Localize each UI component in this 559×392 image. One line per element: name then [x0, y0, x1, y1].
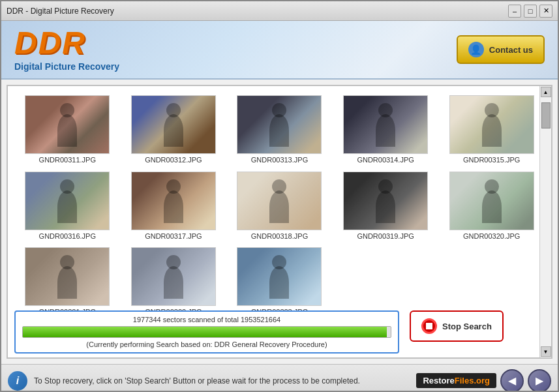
window-controls: – □ ✕	[508, 5, 552, 18]
stop-search-button[interactable]: Stop Search	[410, 310, 504, 342]
photo-item[interactable]: GNDR00316.JPG	[14, 169, 121, 245]
photo-label: GNDR00318.JPG	[251, 232, 308, 240]
photo-thumbnail	[449, 95, 534, 154]
photo-canvas	[450, 96, 534, 153]
photo-item[interactable]: GNDR00314.JPG	[333, 93, 439, 169]
photo-thumbnail	[237, 247, 322, 306]
photo-label: GNDR00320.JPG	[463, 232, 520, 240]
photo-label: GNDR00312.JPG	[145, 156, 202, 164]
progress-note: (Currently performing Search based on: D…	[22, 340, 391, 348]
progress-bar	[22, 326, 391, 338]
stop-icon	[421, 318, 437, 334]
photo-canvas	[25, 96, 109, 153]
scroll-thumb[interactable]	[541, 102, 551, 128]
photo-label: GNDR00316.JPG	[39, 232, 96, 240]
photo-thumbnail	[343, 172, 428, 230]
photo-label: GNDR00315.JPG	[463, 156, 520, 164]
photo-canvas	[344, 172, 427, 230]
window-title: DDR - Digital Picture Recovery	[7, 7, 114, 16]
nav-back-button[interactable]: ◀	[500, 369, 524, 393]
photo-label: GNDR00317.JPG	[145, 232, 202, 240]
progress-section: 1977344 sectors scanned of total 1953521…	[14, 310, 537, 354]
restore-logo-text1: Restore	[423, 376, 454, 385]
stop-square	[426, 323, 432, 329]
photo-canvas	[132, 172, 215, 230]
info-text: To Stop recovery, click on 'Stop Search'…	[34, 376, 360, 385]
progress-sectors-text: 1977344 sectors scanned of total 1953521…	[22, 316, 391, 324]
photo-item[interactable]: GNDR00321.JPG	[14, 245, 121, 321]
title-bar: DDR - Digital Picture Recovery – □ ✕	[1, 1, 558, 21]
photo-thumbnail	[237, 172, 322, 230]
photo-canvas	[25, 248, 109, 305]
photo-thumbnail	[25, 172, 110, 230]
photo-thumbnail	[343, 95, 428, 154]
ddr-logo: DDR	[14, 27, 119, 59]
stop-search-label: Stop Search	[442, 322, 492, 331]
photo-canvas	[132, 96, 215, 153]
contact-button[interactable]: 👤 Contact us	[457, 35, 545, 64]
photo-grid: GNDR00311.JPGGNDR00312.JPGGNDR00313.JPGG…	[8, 86, 551, 327]
photo-item[interactable]: GNDR00311.JPG	[14, 93, 121, 169]
photo-thumbnail	[25, 247, 110, 306]
close-button[interactable]: ✕	[539, 5, 552, 18]
app-subtitle: Digital Picture Recovery	[14, 61, 119, 72]
photo-canvas	[237, 96, 321, 153]
contact-icon: 👤	[468, 42, 484, 57]
photo-item[interactable]: GNDR00317.JPG	[121, 169, 227, 245]
photo-item[interactable]: GNDR00315.JPG	[438, 93, 545, 169]
info-icon: i	[8, 371, 27, 391]
bottom-bar: i To Stop recovery, click on 'Stop Searc…	[1, 364, 558, 392]
photo-item[interactable]: GNDR00312.JPG	[121, 93, 227, 169]
photo-thumbnail	[131, 95, 216, 154]
progress-container: 1977344 sectors scanned of total 1953521…	[14, 310, 399, 354]
photo-item[interactable]: GNDR00322.JPG	[121, 245, 227, 321]
photo-canvas	[132, 248, 215, 305]
photo-thumbnail	[25, 95, 110, 154]
photo-item[interactable]: GNDR00313.JPG	[226, 93, 333, 169]
nav-buttons: RestoreFiles.org ◀ ▶	[416, 369, 551, 393]
photo-label: GNDR00311.JPG	[39, 156, 96, 164]
restore-logo: RestoreFiles.org	[416, 373, 496, 388]
photo-canvas	[237, 172, 321, 230]
nav-forward-button[interactable]: ▶	[528, 369, 551, 393]
scroll-down-button[interactable]: ▼	[541, 346, 551, 357]
progress-bar-fill	[23, 327, 387, 337]
header-branding: DDR Digital Picture Recovery	[14, 27, 119, 72]
scroll-up-button[interactable]: ▲	[541, 87, 551, 97]
photo-item[interactable]: GNDR00320.JPG	[438, 169, 545, 245]
photo-thumbnail	[131, 172, 216, 230]
photo-item[interactable]: GNDR00319.JPG	[333, 169, 439, 245]
app-header: DDR Digital Picture Recovery 👤 Contact u…	[1, 21, 558, 80]
maximize-button[interactable]: □	[524, 5, 537, 18]
photo-canvas	[25, 172, 109, 230]
photo-label: GNDR00319.JPG	[357, 232, 414, 240]
photo-label: GNDR00313.JPG	[251, 156, 308, 164]
photo-thumbnail	[449, 172, 534, 230]
photo-item[interactable]: GNDR00323.JPG	[226, 245, 333, 321]
minimize-button[interactable]: –	[508, 5, 521, 18]
photo-thumbnail	[131, 247, 216, 306]
photo-canvas	[450, 172, 534, 230]
photo-canvas	[237, 248, 321, 305]
photo-thumbnail	[237, 95, 322, 154]
photo-label: GNDR00314.JPG	[357, 156, 414, 164]
photo-item[interactable]: GNDR00318.JPG	[226, 169, 333, 245]
contact-button-label: Contact us	[489, 45, 533, 55]
photo-canvas	[344, 96, 427, 153]
restore-logo-text2: Files.org	[455, 376, 490, 385]
info-section: i To Stop recovery, click on 'Stop Searc…	[8, 371, 360, 391]
main-content: GNDR00311.JPGGNDR00312.JPGGNDR00313.JPGG…	[7, 85, 552, 359]
scrollbar[interactable]: ▲ ▼	[539, 86, 551, 357]
